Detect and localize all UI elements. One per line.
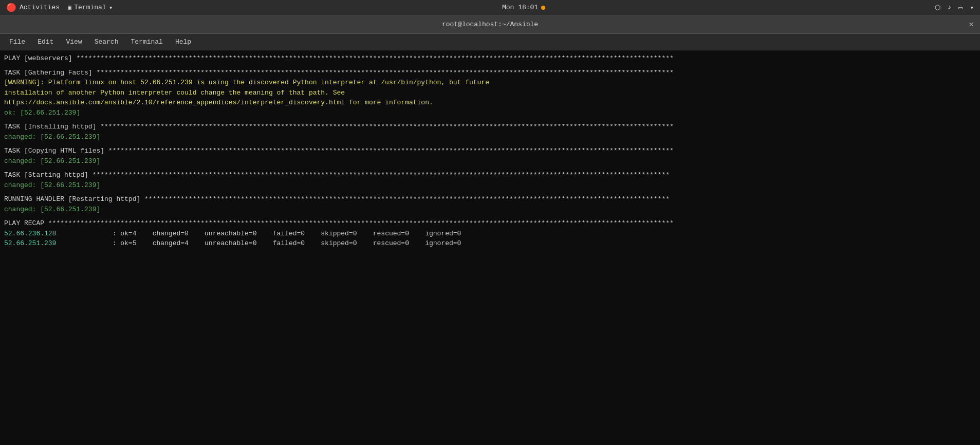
terminal-line bbox=[4, 64, 976, 68]
title-bar: root@localhost:~/Ansible ✕ bbox=[0, 15, 980, 34]
terminal-line: TASK [Starting httpd] ******************… bbox=[4, 170, 976, 180]
menu-view[interactable]: View bbox=[61, 36, 87, 48]
clock-text: Mon 18:01 bbox=[502, 4, 538, 11]
activities-icon: 🔴 bbox=[6, 3, 16, 13]
terminal-line: RUNNING HANDLER [Restarting httpd] *****… bbox=[4, 194, 976, 205]
system-tray: ⬡ ♪ ▭ ▾ bbox=[935, 4, 974, 12]
terminal-line bbox=[4, 214, 976, 218]
terminal-line bbox=[4, 118, 976, 122]
terminal-line: https://docs.ansible.com/ansible/2.10/re… bbox=[4, 98, 976, 108]
menu-help[interactable]: Help bbox=[170, 36, 196, 48]
terminal-line: TASK [Installing httpd] ****************… bbox=[4, 122, 976, 132]
system-bar-left: 🔴 Activities ▣ Terminal ▾ bbox=[6, 3, 113, 13]
volume-icon: ♪ bbox=[948, 4, 952, 11]
terminal-line: TASK [Gathering Facts] *****************… bbox=[4, 68, 976, 78]
terminal-line: 52.66.251.239 : ok=5 changed=4 unreachab… bbox=[4, 238, 976, 249]
menu-search[interactable]: Search bbox=[89, 36, 124, 48]
close-button[interactable]: ✕ bbox=[969, 21, 974, 29]
chevron-down-icon: ▾ bbox=[970, 4, 974, 12]
terminal-line: changed: [52.66.251.239] bbox=[4, 132, 976, 142]
terminal-menu-label: Terminal bbox=[74, 4, 106, 11]
terminal-line: TASK [Copying HTML files] **************… bbox=[4, 146, 976, 156]
terminal-icon: ▣ bbox=[68, 4, 71, 11]
activities-button[interactable]: 🔴 Activities bbox=[6, 3, 60, 13]
terminal-line bbox=[4, 190, 976, 194]
menu-edit[interactable]: Edit bbox=[32, 36, 59, 48]
terminal-line bbox=[4, 142, 976, 146]
window-title: root@localhost:~/Ansible bbox=[442, 21, 538, 28]
status-dot bbox=[541, 6, 545, 10]
menu-terminal[interactable]: Terminal bbox=[125, 36, 168, 48]
terminal-line: changed: [52.66.251.239] bbox=[4, 205, 976, 215]
terminal-line: PLAY RECAP *****************************… bbox=[4, 218, 976, 229]
terminal-line: installation of another Python interpret… bbox=[4, 88, 976, 98]
terminal-line: changed: [52.66.251.239] bbox=[4, 156, 976, 166]
menu-file[interactable]: File bbox=[4, 36, 30, 48]
clock-area: Mon 18:01 bbox=[502, 4, 545, 11]
dropdown-arrow: ▾ bbox=[109, 4, 113, 12]
system-bar: 🔴 Activities ▣ Terminal ▾ Mon 18:01 ⬡ ♪ … bbox=[0, 0, 980, 15]
terminal-line: 52.66.236.128 : ok=4 changed=0 unreachab… bbox=[4, 229, 976, 239]
terminal-content: PLAY [webservers] **********************… bbox=[0, 50, 980, 445]
menu-bar: File Edit View Search Terminal Help bbox=[0, 34, 980, 50]
terminal-line bbox=[4, 166, 976, 170]
activities-label: Activities bbox=[20, 4, 60, 11]
terminal-line: changed: [52.66.251.239] bbox=[4, 180, 976, 191]
terminal-line: PLAY [webservers] **********************… bbox=[4, 53, 976, 64]
battery-icon: ▭ bbox=[958, 4, 963, 12]
terminal-menu-button[interactable]: ▣ Terminal ▾ bbox=[68, 4, 113, 12]
terminal-line: ok: [52.66.251.239] bbox=[4, 108, 976, 118]
network-icon: ⬡ bbox=[935, 4, 940, 12]
terminal-line: [WARNING]: Platform linux on host 52.66.… bbox=[4, 78, 976, 88]
